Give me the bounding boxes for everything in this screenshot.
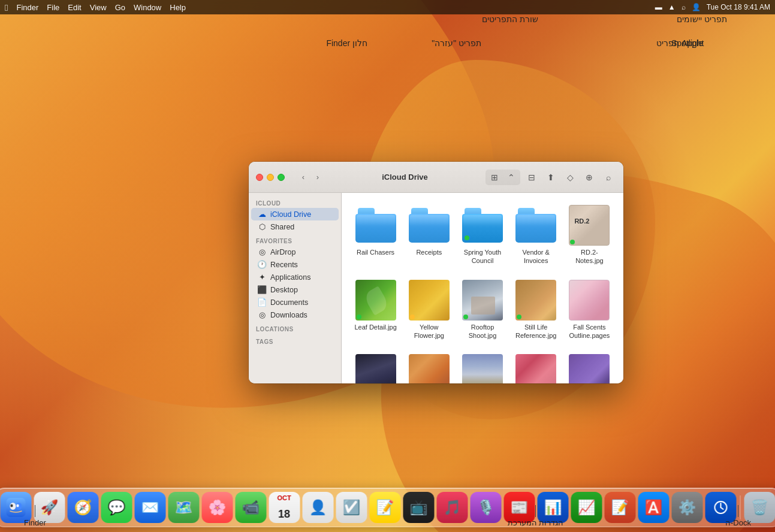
sidebar-item-recents[interactable]: 🕐 Recents — [251, 258, 339, 271]
datetime-display: Tue Oct 18 9:41 AM — [707, 3, 770, 11]
sidebar-item-downloads[interactable]: ◎ Downloads — [251, 309, 339, 321]
rd2-thumbnail — [569, 205, 610, 246]
sidebar-section-title-icloud: iCloud — [249, 198, 341, 208]
system-prefs-bottom-label: הגדרות המערכת — [508, 518, 564, 527]
wifi-icon: ▲ — [668, 3, 676, 11]
sidebar-item-desktop[interactable]: ⬛ Desktop — [251, 283, 339, 296]
file-label-leaf-detail: Leaf Detail.jpg — [354, 323, 396, 331]
sidebar-item-label-airdrop: AirDrop — [270, 248, 295, 256]
search-button[interactable]: ⌕ — [601, 171, 616, 184]
view-menu[interactable]: View — [90, 3, 107, 12]
file-item-skater[interactable]: Skater.jpeg — [565, 352, 614, 383]
list-view-button[interactable]: ⊟ — [524, 171, 539, 184]
finder-body: iCloud ☁ iCloud Drive ⬡ Shared Favorites… — [249, 193, 623, 383]
file-label-rooftop-shoot: Rooftop Shoot.jpg — [460, 323, 504, 340]
mexico-thumbnail — [409, 354, 450, 383]
sidebar-section-locations: Locations — [249, 324, 341, 334]
icloud-drive-icon: ☁ — [257, 210, 267, 219]
stilllife-thumbnail — [515, 280, 556, 321]
help-menu[interactable]: Help — [170, 3, 186, 12]
system-prefs-bottom-annotation: הגדרות המערכת — [508, 505, 564, 527]
close-button[interactable] — [256, 174, 263, 181]
file-thumb-leaf-detail — [355, 280, 396, 321]
window-menu[interactable]: Window — [134, 3, 161, 12]
file-item-pink[interactable]: Pink.jpeg — [512, 352, 560, 383]
sidebar-item-icloud-drive[interactable]: ☁ iCloud Drive — [251, 208, 339, 220]
user-icon[interactable]: 👤 — [692, 3, 701, 11]
edit-menu[interactable]: Edit — [68, 3, 81, 12]
file-thumb-vendor-invoices — [515, 205, 556, 246]
sidebar-item-documents[interactable]: 📄 Documents — [251, 296, 339, 309]
titlecover-thumbnail — [355, 354, 396, 383]
finder-window: ‹ › iCloud Drive ⊞ ⌃ ⊟ ⬆ ◇ ⊕ ⌕ iCloud ☁ … — [249, 162, 623, 383]
sidebar-item-label-icloud-drive: iCloud Drive — [270, 210, 311, 219]
file-thumb-skater — [569, 354, 610, 383]
sidebar-item-shared[interactable]: ⬡ Shared — [251, 220, 339, 233]
file-thumb-pink — [515, 354, 556, 383]
sidebar-item-applications[interactable]: ✦ Applications — [251, 271, 339, 283]
sidebar-item-label-desktop: Desktop — [270, 286, 298, 294]
tag-button[interactable]: ◇ — [562, 171, 578, 184]
sidebar-section-title-locations: Locations — [249, 324, 341, 334]
share-button[interactable]: ⬆ — [543, 171, 559, 184]
file-item-spring-youth[interactable]: Spring Youth Council — [458, 202, 506, 268]
file-label-receipts: Receipts — [416, 248, 442, 256]
file-menu[interactable]: File — [47, 3, 59, 12]
pink-thumbnail — [515, 354, 556, 383]
sidebar: iCloud ☁ iCloud Drive ⬡ Shared Favorites… — [249, 193, 342, 383]
file-thumb-lone-pine — [462, 354, 503, 383]
apple-menu[interactable]:  — [5, 2, 8, 13]
airdrop-icon: ◎ — [257, 247, 267, 256]
file-item-mexico-city[interactable]: Mexico City.jpeg — [405, 352, 453, 383]
back-button[interactable]: ‹ — [297, 171, 310, 184]
flower-thumbnail — [409, 280, 450, 321]
window-title: iCloud Drive — [329, 173, 481, 182]
file-thumb-spring-youth — [462, 205, 503, 246]
file-item-fall-scents[interactable]: Fall Scents Outline.pages — [565, 277, 614, 343]
grid-view-button[interactable]: ⊞ — [487, 171, 502, 184]
applications-icon: ✦ — [257, 273, 267, 282]
file-item-yellow-flower[interactable]: Yellow Flower.jpg — [405, 277, 453, 343]
recents-icon: 🕐 — [257, 260, 267, 269]
traffic-lights — [256, 174, 285, 181]
file-thumb-fall-scents — [569, 280, 610, 321]
spotlight-icon[interactable]: ⌕ — [681, 3, 686, 11]
file-item-still-life[interactable]: Still Life Reference.jpg — [512, 277, 560, 343]
view-switcher[interactable]: ⊞ ⌃ — [485, 170, 520, 185]
file-thumb-receipts — [409, 205, 450, 246]
forward-button[interactable]: › — [311, 171, 324, 184]
minimize-button[interactable] — [267, 174, 274, 181]
sidebar-section-tags: Tags — [249, 336, 341, 346]
shared-icon: ⬡ — [257, 222, 267, 231]
file-item-vendor-invoices[interactable]: Vendor & Invoices — [512, 202, 560, 268]
file-item-rail-chasers[interactable]: Rail Chasers — [351, 202, 400, 268]
file-item-receipts[interactable]: Receipts — [405, 202, 453, 268]
file-item-rooftop-shoot[interactable]: Rooftop Shoot.jpg — [458, 277, 506, 343]
files-row-2: Leaf Detail.jpg Yellow Flower.jpg Roofto… — [351, 277, 614, 343]
sidebar-item-airdrop[interactable]: ◎ AirDrop — [251, 246, 339, 258]
file-item-lone-pine[interactable]: Lone Pine.jpeg — [458, 352, 506, 383]
folder-icon-vendor-invoices — [515, 208, 556, 243]
file-item-rd2-notes[interactable]: RD.2-Notes.jpg — [565, 202, 614, 268]
menubar-left:  iCloud Drive Finder File Edit View Go … — [5, 2, 186, 13]
grid-sort-button[interactable]: ⌃ — [503, 171, 519, 184]
fallscents-thumbnail — [569, 280, 610, 321]
sidebar-section-icloud: iCloud ☁ iCloud Drive ⬡ Shared — [249, 198, 341, 233]
more-button[interactable]: ⊕ — [581, 171, 597, 184]
documents-icon: 📄 — [257, 298, 267, 307]
sidebar-item-label-shared: Shared — [270, 223, 294, 231]
file-item-title-cover[interactable]: Title Cover.jpg — [351, 352, 400, 383]
go-menu[interactable]: Go — [115, 3, 125, 12]
file-item-leaf-detail[interactable]: Leaf Detail.jpg — [351, 277, 400, 343]
file-label-still-life: Still Life Reference.jpg — [514, 323, 558, 340]
finder-bottom-label: Finder — [24, 518, 46, 527]
bottom-annotations: Finder הגדרות המערכת Dock-ה — [0, 496, 775, 532]
maximize-button[interactable] — [278, 174, 285, 181]
sidebar-section-title-favorites: Favorites — [249, 235, 341, 246]
file-label-yellow-flower: Yellow Flower.jpg — [407, 323, 451, 340]
lonepine-thumbnail — [462, 354, 503, 383]
menubar-right: ▬ ▲ ⌕ 👤 Tue Oct 18 9:41 AM — [655, 3, 770, 11]
finder-menu-label[interactable]: Finder — [16, 3, 38, 12]
file-thumb-title-cover — [355, 354, 396, 383]
battery-icon: ▬ — [655, 3, 662, 11]
